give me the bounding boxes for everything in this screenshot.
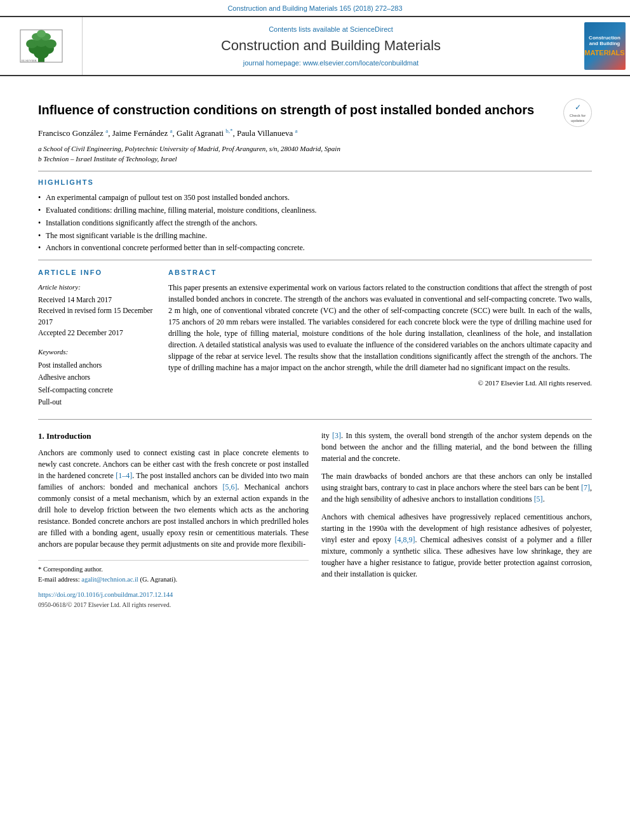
keyword-4: Pull-out: [38, 396, 156, 409]
journal-homepage: journal homepage: www.elsevier.com/locat…: [243, 58, 419, 68]
abstract-label: ABSTRACT: [168, 268, 592, 277]
intro-paragraph-2: ity [3]. In this system, the overall bon…: [321, 430, 592, 464]
journal-header-center: Contents lists available at ScienceDirec…: [83, 17, 579, 75]
article-history: Article history: Received 14 March 2017 …: [38, 282, 156, 339]
highlight-item-1: An experimental campaign of pullout test…: [38, 192, 592, 203]
journal-logo-area: Construction and Building MATERIALS: [579, 17, 630, 75]
section-1-heading: 1. Introduction: [38, 430, 309, 443]
journal-reference: Construction and Building Materials 165 …: [0, 0, 630, 16]
affiliations: a School of Civil Engineering, Polytechn…: [38, 143, 592, 164]
keywords-label: Keywords:: [38, 347, 156, 357]
journal-title: Construction and Building Materials: [221, 36, 441, 56]
ref-3[interactable]: [3]: [332, 431, 341, 440]
journal-header: ELSEVIER Contents lists available at Sci…: [0, 16, 630, 76]
email-line: E-mail address: agalit@technion.ac.il (G…: [38, 575, 309, 585]
ref-7[interactable]: [7]: [581, 483, 590, 492]
ref-4-8-9[interactable]: [4,8,9]: [394, 535, 415, 544]
intro-paragraph-1: Anchors are commonly used to connect exi…: [38, 447, 309, 550]
homepage-prefix: journal homepage:: [243, 59, 303, 67]
ref-1-4[interactable]: [1–4]: [116, 471, 132, 480]
highlight-item-2: Evaluated conditions: drilling machine, …: [38, 205, 592, 216]
sciencedirect-label[interactable]: ScienceDirect: [350, 25, 393, 33]
accepted-date: Accepted 22 December 2017: [38, 328, 156, 338]
highlights-header: HIGHLIGHTS: [38, 178, 592, 187]
article-info-label: ARTICLE INFO: [38, 268, 156, 277]
logo-mat-text: MATERIALS: [584, 48, 624, 58]
title-area: Influence of construction conditions on …: [38, 95, 592, 127]
keyword-1: Post installed anchors: [38, 359, 156, 372]
journal-ref-text: Construction and Building Materials 165 …: [227, 4, 402, 12]
elsevier-logo-area: ELSEVIER: [0, 17, 83, 75]
highlight-item-3: Installation conditions significantly af…: [38, 218, 592, 229]
doi-line: https://doi.org/10.1016/j.conbuildmat.20…: [38, 589, 309, 600]
footnote-area: * Corresponding author. E-mail address: …: [38, 560, 309, 610]
body-divider: [38, 419, 592, 420]
sciencedirect-line: Contents lists available at ScienceDirec…: [269, 25, 393, 34]
highlights-list: An experimental campaign of pullout test…: [38, 192, 592, 253]
issn-text: 0950-0618/© 2017 Elsevier Ltd. All right…: [38, 600, 309, 610]
highlight-item-5: Anchors in conventional concrete perform…: [38, 243, 592, 253]
email-prefix: E-mail address:: [38, 576, 81, 583]
keywords-list: Post installed anchors Adhesive anchors …: [38, 359, 156, 409]
body-content: 1. Introduction Anchors are commonly use…: [38, 430, 592, 610]
copyright-notice: © 2017 Elsevier Ltd. All rights reserved…: [168, 378, 592, 388]
svg-point-9: [37, 30, 46, 37]
divider-1: [38, 171, 592, 171]
article-info-col: ARTICLE INFO Article history: Received 1…: [38, 268, 156, 408]
keyword-2: Adhesive anchors: [38, 371, 156, 384]
body-col-left: 1. Introduction Anchors are commonly use…: [38, 430, 309, 610]
email-link[interactable]: agalit@technion.ac.il: [81, 576, 138, 583]
revised-date: Received in revised form 15 December 201…: [38, 305, 156, 328]
ref-5[interactable]: [5]: [534, 495, 543, 503]
email-suffix: (G. Agranati).: [138, 576, 177, 583]
authors-line: Francisco González a, Jaime Fernández a,…: [38, 127, 592, 140]
divider-2: [38, 260, 592, 260]
history-label: Article history:: [38, 282, 156, 293]
journal-logo-box: Construction and Building MATERIALS: [584, 22, 626, 70]
affiliation-b: b Technion – Israel Institute of Technol…: [38, 154, 592, 164]
logo-top-text: Construction and Building: [586, 35, 624, 47]
corresponding-author-note: * Corresponding author.: [38, 564, 309, 575]
abstract-text: This paper presents an extensive experim…: [168, 282, 592, 373]
homepage-url[interactable]: www.elsevier.com/locate/conbuildmat: [303, 59, 419, 67]
intro-paragraph-3: The main drawbacks of bonded anchors are…: [321, 470, 592, 505]
article-info-abstract: ARTICLE INFO Article history: Received 1…: [38, 268, 592, 408]
intro-paragraph-4: Anchors with chemical adhesives have pro…: [321, 511, 592, 580]
check-update-label: Check for updates: [564, 113, 591, 124]
affiliation-a: a School of Civil Engineering, Polytechn…: [38, 143, 592, 154]
elsevier-tree-icon: ELSEVIER: [19, 29, 64, 63]
keywords-section: Keywords: Post installed anchors Adhesiv…: [38, 347, 156, 409]
ref-5-6[interactable]: [5,6]: [223, 483, 238, 491]
doi-link[interactable]: https://doi.org/10.1016/j.conbuildmat.20…: [38, 591, 173, 598]
keyword-3: Self-compacting concrete: [38, 384, 156, 397]
body-col-right: ity [3]. In this system, the overall bon…: [321, 430, 592, 610]
abstract-col: ABSTRACT This paper presents an extensiv…: [168, 268, 592, 408]
article-title: Influence of construction conditions on …: [38, 102, 557, 118]
elsevier-logo: ELSEVIER: [19, 29, 64, 63]
svg-text:ELSEVIER: ELSEVIER: [22, 59, 37, 62]
highlight-item-4: The most significant variable is the dri…: [38, 230, 592, 241]
received-date: Received 14 March 2017: [38, 295, 156, 305]
sciencedirect-prefix: Contents lists available at: [269, 25, 350, 33]
main-content: Influence of construction conditions on …: [0, 76, 630, 622]
check-icon: ✓: [575, 102, 581, 113]
check-updates-badge: ✓ Check for updates: [563, 98, 592, 127]
